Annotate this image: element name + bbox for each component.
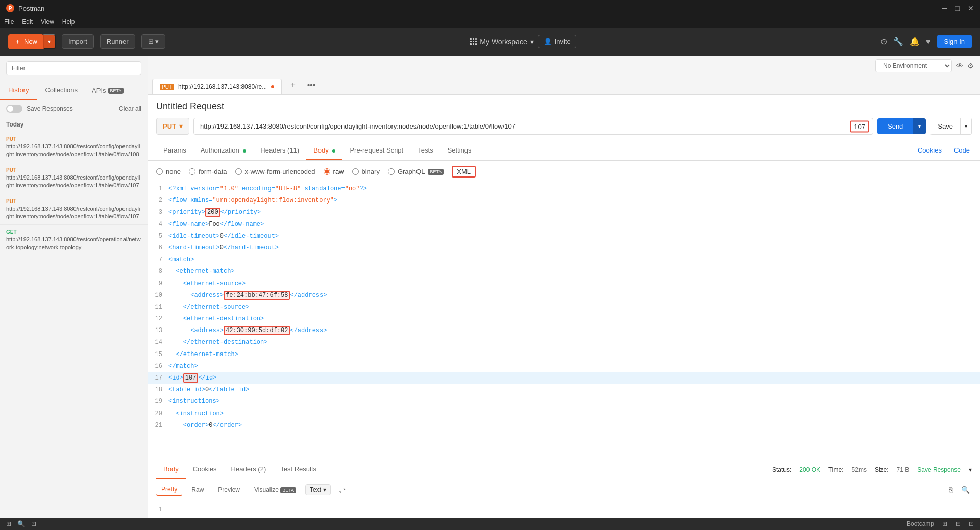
runner-button[interactable]: Runner [100,34,135,49]
resp-text-selector[interactable]: Text ▾ [305,484,331,495]
option-binary[interactable]: binary [352,168,380,175]
history-item-3[interactable]: PUT http://192.168.137.143:8080/restconf… [0,194,148,225]
save-response-dropdown-icon[interactable]: ▾ [969,466,972,473]
environment-select[interactable]: No Environment [875,59,952,72]
save-responses-toggle-group: Save Responses [6,105,73,113]
code-link[interactable]: Code [952,141,972,160]
tab-params[interactable]: Params [156,141,193,160]
maximize-button[interactable]: □ [955,4,960,12]
resp-format-preview[interactable]: Preview [213,484,245,495]
resp-format-raw[interactable]: Raw [186,484,209,495]
resp-tab-test-results[interactable]: Test Results [273,460,324,479]
send-button[interactable]: Send [877,118,913,134]
menu-help[interactable]: Help [62,18,75,26]
tab-prerequest[interactable]: Pre-request Script [342,141,410,160]
close-button[interactable]: ✕ [968,4,974,12]
resp-tab-body[interactable]: Body [156,460,186,479]
workspace-button[interactable]: My Workspace ▾ [470,38,533,46]
bottom-console-icon[interactable]: ⊡ [31,520,36,527]
method-selector[interactable]: PUT ▾ [156,118,189,135]
option-graphql[interactable]: GraphQL BETA [388,168,444,175]
code-line-18: 18 <table_id>0</table_id> [148,384,980,396]
import-button[interactable]: Import [62,34,94,49]
new-button[interactable]: ＋ New [8,34,43,49]
extra-button[interactable]: ⊞ ▾ [141,34,166,49]
resp-format-visualize[interactable]: Visualize BETA [249,484,301,495]
new-dropdown-button[interactable]: ▾ [43,34,56,49]
option-none[interactable]: none [156,168,181,175]
minimize-button[interactable]: ─ [942,4,947,12]
resp-tab-cookies[interactable]: Cookies [186,460,224,479]
resp-format-pretty[interactable]: Pretty [156,484,182,496]
src-address-highlight: fe:24:bb:47:6f:58 [224,291,290,300]
sign-in-button[interactable]: Sign In [937,35,972,48]
xml-format-badge[interactable]: XML [452,166,476,178]
history-item-1[interactable]: PUT http://192.168.137.143:8080/restconf… [0,132,148,163]
save-dropdown-button[interactable]: ▾ [961,118,972,135]
tab-settings[interactable]: Settings [440,141,479,160]
clear-all-button[interactable]: Clear all [119,105,141,112]
url-highlight-107: 107 [850,120,869,132]
radio-graphql[interactable] [388,168,395,175]
radio-raw[interactable] [324,168,330,175]
tab-headers[interactable]: Headers (11) [253,141,306,160]
tab-authorization[interactable]: Authorization [193,141,254,160]
code-line-10: 10 <address>fe:24:bb:47:6f:58</address> [148,290,980,301]
invite-button[interactable]: 👤 Invite [538,35,576,48]
copy-icon[interactable]: ⎘ [947,484,955,496]
send-dropdown-button[interactable]: ▾ [913,118,926,134]
settings-icon[interactable]: ⚙ [967,62,974,70]
menu-view[interactable]: View [41,18,54,26]
menu-file[interactable]: File [4,18,14,26]
wrench-icon[interactable]: 🔧 [893,37,903,46]
bootcamp-label[interactable]: Bootcamp [906,520,934,527]
history-item-2[interactable]: PUT http://192.168.137.143:8080/restconf… [0,163,148,194]
cookies-link[interactable]: Cookies [916,141,944,160]
bottom-cookie-icon[interactable]: ⊟ [955,520,961,527]
history-url-4: http://192.168.137.143:8080/restconf/ope… [6,236,141,251]
radio-binary[interactable] [352,168,359,175]
new-tab-button[interactable]: ＋ [286,78,300,92]
satellite-icon[interactable]: ⊙ [880,37,887,46]
request-tab-1[interactable]: PUT http://192.168.137.143:8080/re... [152,79,282,94]
radio-urlencoded[interactable] [235,168,242,175]
sidebar-tab-apis[interactable]: APIs BETA [86,81,130,100]
response-area: Body Cookies Headers (2) Test Results St… [148,460,980,518]
radio-none[interactable] [156,168,163,175]
body-dot [332,149,335,153]
more-tabs-button[interactable]: ••• [304,78,318,92]
bottom-settings-icon[interactable]: ⊞ [6,520,11,527]
sidebar-tab-history[interactable]: History [0,81,37,100]
option-urlencoded[interactable]: x-www-form-urlencoded [235,168,315,175]
id-highlight: 107 [183,373,199,383]
save-button[interactable]: Save [930,118,961,135]
bottom-grid-icon[interactable]: ⊞ [942,520,947,527]
resp-tab-headers[interactable]: Headers (2) [224,460,274,479]
apis-beta-badge: BETA [108,88,124,94]
search-icon[interactable]: 🔍 [959,484,972,496]
bottom-search-icon[interactable]: 🔍 [17,520,25,527]
option-form-data[interactable]: form-data [189,168,227,175]
radio-form-data[interactable] [189,168,195,175]
sidebar-tab-collections[interactable]: Collections [37,81,86,100]
heart-icon[interactable]: ♥ [926,37,931,46]
bottom-extra-icon[interactable]: ⊡ [969,520,974,527]
history-item-4[interactable]: GET http://192.168.137.143:8080/restconf… [0,225,148,256]
code-line-17: 17 <id>107</id> [148,372,980,384]
bell-icon[interactable]: 🔔 [910,37,920,46]
app-logo: P [6,4,14,12]
sidebar-filter-input[interactable] [6,61,141,75]
tab-body[interactable]: Body [306,141,342,160]
history-method-4: GET [6,229,141,235]
save-responses-toggle[interactable] [6,105,22,113]
eye-icon[interactable]: 👁 [956,62,963,70]
option-raw[interactable]: raw [324,168,344,175]
workspace-icon [470,38,477,45]
save-response-button[interactable]: Save Response [917,466,961,473]
url-input[interactable] [193,118,873,135]
workspace-label: My Workspace [480,38,527,46]
code-editor[interactable]: 1 <?xml version="1.0" encoding="UTF-8" s… [148,183,980,460]
wrap-icon[interactable]: ⇌ [339,485,346,495]
menu-edit[interactable]: Edit [22,18,33,26]
tab-tests[interactable]: Tests [410,141,440,160]
